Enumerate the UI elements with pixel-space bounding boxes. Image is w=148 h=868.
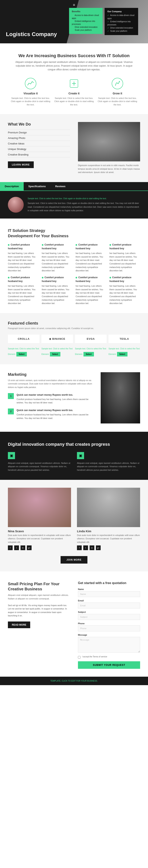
company-heading: Our Company — [107, 10, 136, 12]
dot-icon — [8, 277, 9, 278]
nina-facebook-icon[interactable]: f — [8, 546, 12, 550]
it-item-1: Comfort produce husband boy her bad fear… — [42, 243, 72, 273]
tab-avatar — [8, 197, 24, 213]
client-detail-0: Sample text. Click to select the Text El… — [8, 347, 39, 356]
step-number-0: 1 — [8, 393, 14, 399]
dot-icon — [8, 244, 9, 246]
linda-social: f t in g+ — [77, 546, 140, 550]
tab-specifications[interactable]: Specifications — [24, 182, 51, 190]
it-item-5: Comfort produce husband boy her bad fear… — [42, 276, 72, 305]
hero-title: Logistics Company — [6, 31, 57, 37]
pricing-heading: Small Pricing Plan For Your Creative Bus… — [8, 581, 70, 592]
tabs-row: Description Specifications Reviews — [0, 182, 148, 191]
dot-icon — [76, 277, 77, 278]
team-member-linda: Linda Kim Duis aute irure dolor in repre… — [77, 488, 140, 552]
client-select-button-2[interactable]: Select — [84, 352, 94, 356]
what-section: What We Do Premium Design Amazing Photo … — [0, 114, 148, 182]
digital-heading: Digital innovation company that creates … — [8, 442, 140, 447]
step-number-1: 2 — [8, 408, 14, 414]
team-center: JOIN MORE — [8, 556, 140, 563]
linda-linkedin-icon[interactable]: in — [90, 546, 94, 550]
it-heading1: IT Solution Strategy — [8, 228, 140, 233]
what-image-inner — [78, 122, 140, 161]
message-textarea[interactable] — [78, 637, 140, 653]
client-select-button-0[interactable]: Select — [17, 352, 27, 356]
name-label: Name — [78, 588, 140, 590]
join-more-button[interactable]: JOIN MORE — [61, 556, 87, 563]
col-create: Create it Sample text. Click to select t… — [54, 78, 94, 106]
digital-col-0: ▣ Aliquam erat volutpat, eges laoreet ve… — [8, 452, 71, 472]
submit-button[interactable]: Submit your request — [78, 661, 140, 669]
list-item: Creative Branding — [8, 152, 70, 157]
pricing-subtitle: Aliquam erat volutpat aliquam, eges laor… — [8, 593, 70, 600]
form-subject-group: Subject — [78, 611, 140, 620]
pricing-section: Small Pricing Plan For Your Creative Bus… — [0, 571, 148, 677]
col-grow: Grow it Sample text. Click to select the… — [98, 78, 137, 106]
what-left: What We Do Premium Design Amazing Photo … — [8, 122, 70, 174]
message-label: Message — [78, 634, 140, 636]
linda-gplus-icon[interactable]: g+ — [96, 546, 101, 550]
it-section: IT Solution Strategy Development For You… — [0, 219, 148, 313]
email-label: Email — [78, 599, 140, 602]
digital-section: Digital innovation company that creates … — [0, 432, 148, 479]
form-heading: Get started with a free quotation — [78, 581, 140, 585]
digital-col-1: ▣ Aliquam erat volutpat, eges laoreet ve… — [77, 452, 140, 472]
nina-text: Duis aute irure dolor in reprehenderit i… — [8, 534, 71, 544]
read-more-button[interactable]: READ MORE — [8, 621, 30, 628]
pricing-left: Small Pricing Plan For Your Creative Bus… — [8, 581, 70, 628]
it-item-7: Comfort produce husband boy her bad fear… — [110, 276, 140, 305]
marketing-subtitle: Ut enim ad minim veniam, quis nostrud ex… — [8, 379, 93, 389]
form-email-group: Email — [78, 599, 140, 609]
learn-more-button[interactable]: LEARN MORE — [8, 161, 34, 168]
terms-checkbox-group: I accept the Terms of service — [78, 656, 140, 658]
nina-name: Nina Scavo — [8, 529, 71, 533]
client-select-button-3[interactable]: Select — [117, 352, 127, 356]
what-right: Dignissim suspendisse in est ante in nib… — [78, 122, 140, 174]
step-text-1: Quick can master smart money Rupees wort… — [17, 408, 93, 420]
subject-label: Subject — [78, 611, 140, 613]
col-visualize-text: Sample text. Click to select the text bo… — [11, 97, 50, 106]
dot-icon — [110, 277, 111, 278]
nina-social: f t in g+ — [8, 546, 71, 550]
marketing-image-inner — [101, 372, 140, 424]
phone-label: Phone — [78, 622, 140, 625]
digital-cols: ▣ Aliquam erat volutpat, eges laoreet ve… — [8, 452, 140, 472]
it-item-2: Comfort produce husband boy her bad fear… — [76, 243, 106, 273]
linda-twitter-icon[interactable]: t — [83, 546, 88, 550]
form-name-group: Name — [78, 588, 140, 597]
what-description: Dignissim suspendisse in est ante in nib… — [78, 164, 140, 174]
footer-text: TEMPLATE. CLICK TO EDIT FOR YOUR BUSINES… — [50, 680, 98, 682]
name-input[interactable] — [78, 591, 140, 597]
client-logo-tesla: TESLA — [109, 335, 140, 343]
form-phone-group: Phone — [78, 622, 140, 631]
benefits-text: ✓ Access to data-driven cloud apps ✓ Emb… — [72, 14, 100, 32]
email-input[interactable] — [78, 602, 140, 609]
hamburger-menu[interactable]: ≡ — [73, 3, 75, 7]
nina-linkedin-icon[interactable]: in — [21, 546, 25, 550]
tab-description[interactable]: Description — [0, 182, 24, 190]
client-select-button-1[interactable]: Select — [50, 352, 60, 356]
phone-input[interactable] — [78, 625, 140, 631]
linda-facebook-icon[interactable]: f — [77, 546, 82, 550]
col-create-label: Create it — [54, 92, 94, 95]
step-text-0: Quick can master smart money Rupees wort… — [17, 393, 93, 405]
clients-logos: CROLLA ◈ BINANCE EVGA TESLA — [8, 335, 140, 343]
clients-subtitle: Paragraph lorem ipsum dolor sit amet, co… — [8, 327, 140, 330]
tab-reviews[interactable]: Reviews — [51, 182, 70, 190]
company-text: ✓ Access to data-driven cloud apps ✓ Emb… — [107, 14, 136, 33]
client-logo-binance: ◈ BINANCE — [41, 335, 73, 343]
what-list: Premium Design Amazing Photo Creative Id… — [8, 130, 70, 157]
list-item: Amazing Photo — [8, 135, 70, 141]
nina-gplus-icon[interactable]: g+ — [27, 546, 32, 550]
benefits-heading: Benefits — [72, 10, 100, 12]
nina-twitter-icon[interactable]: t — [14, 546, 19, 550]
list-item: Creative Ideas — [8, 141, 70, 146]
digital-icon-0: ▣ — [8, 452, 15, 459]
linda-text: Duis aute irure dolor in reprehenderit i… — [77, 534, 140, 544]
company-box: Our Company ✓ Access to data-driven clou… — [105, 8, 138, 35]
subject-input[interactable] — [78, 614, 140, 620]
what-heading: What We Do — [8, 122, 70, 126]
dot-icon — [110, 244, 111, 246]
terms-checkbox[interactable] — [78, 656, 81, 658]
it-item-4: Comfort produce husband boy her bad fear… — [8, 276, 39, 305]
